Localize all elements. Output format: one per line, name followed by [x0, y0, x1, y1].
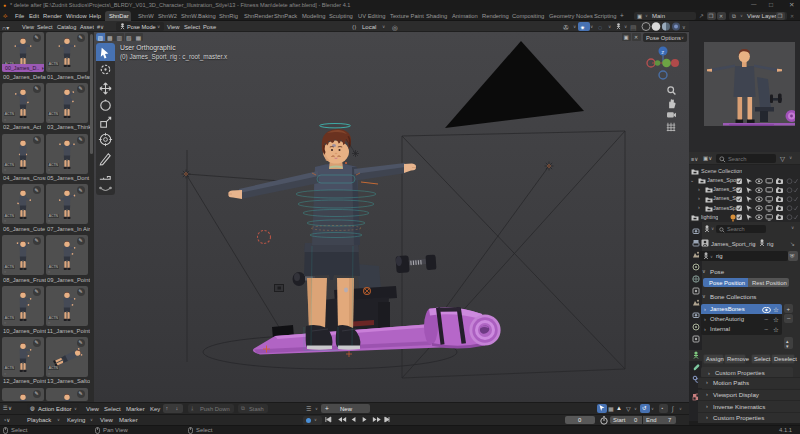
svg-text:∨: ∨	[682, 24, 686, 30]
svg-text:z: z	[661, 49, 664, 55]
